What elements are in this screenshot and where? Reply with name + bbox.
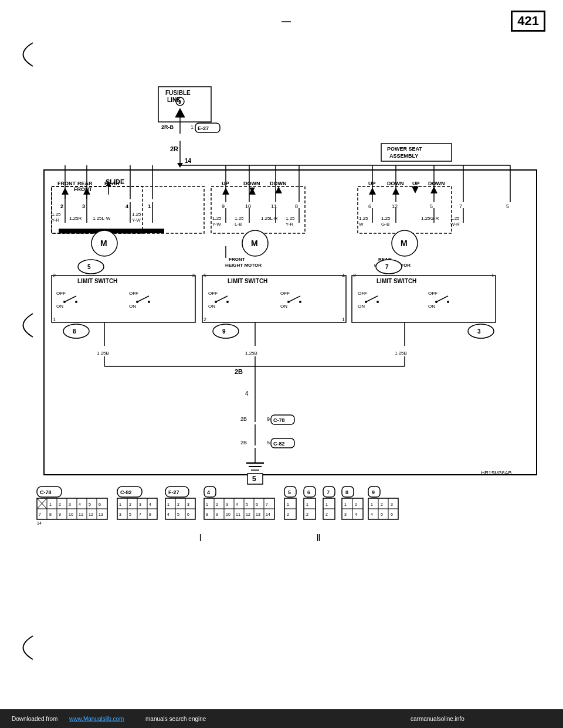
svg-text:5: 5 xyxy=(267,440,270,445)
svg-text:4: 4 xyxy=(355,512,357,516)
svg-text:ON: ON xyxy=(56,304,63,309)
svg-point-173 xyxy=(365,301,367,303)
svg-text:4: 4 xyxy=(149,502,151,506)
svg-text:1.25: 1.25 xyxy=(381,216,391,221)
svg-text:12: 12 xyxy=(246,512,250,516)
svg-point-181 xyxy=(468,324,494,338)
svg-text:DOWN: DOWN xyxy=(270,181,287,186)
svg-text:carmanualsoline.info: carmanualsoline.info xyxy=(411,716,464,722)
svg-text:4: 4 xyxy=(236,502,238,506)
svg-text:C-82: C-82 xyxy=(120,489,132,495)
svg-text:5: 5 xyxy=(204,273,206,278)
svg-text:2: 2 xyxy=(60,203,63,209)
svg-text:Y-W: Y-W xyxy=(212,222,221,227)
svg-text:C-78: C-78 xyxy=(40,489,52,495)
svg-text:9: 9 xyxy=(59,512,61,516)
svg-text:14: 14 xyxy=(37,521,42,525)
svg-text:ON: ON xyxy=(129,304,136,309)
svg-text:Y-R: Y-R xyxy=(52,217,59,223)
svg-text:1: 1 xyxy=(191,124,194,130)
svg-text:1: 1 xyxy=(344,502,347,506)
svg-text:3: 3 xyxy=(477,328,481,335)
svg-text:www.Manualslib.com: www.Manualslib.com xyxy=(69,716,124,722)
svg-text:OFF: OFF xyxy=(208,291,218,296)
svg-text:3: 3 xyxy=(139,502,141,506)
svg-text:DOWN: DOWN xyxy=(243,181,260,186)
svg-text:manuals search engine: manuals search engine xyxy=(145,716,206,722)
svg-text:4: 4 xyxy=(167,512,169,516)
svg-text:1: 1 xyxy=(148,203,151,209)
svg-text:4: 4 xyxy=(126,203,128,209)
svg-text:REAR: REAR xyxy=(104,181,120,186)
svg-text:LIMIT SWITCH: LIMIT SWITCH xyxy=(377,278,416,284)
svg-point-126 xyxy=(213,324,239,338)
svg-text:5: 5 xyxy=(430,203,433,209)
svg-text:12: 12 xyxy=(392,203,398,209)
svg-text:2B: 2B xyxy=(235,368,243,375)
svg-text:9: 9 xyxy=(372,489,375,495)
svg-text:10: 10 xyxy=(69,512,73,516)
svg-text:9: 9 xyxy=(222,203,225,209)
svg-text:FRONT: FRONT xyxy=(57,181,76,186)
svg-text:1.25L-R: 1.25L-R xyxy=(261,216,278,221)
svg-text:2R: 2R xyxy=(170,145,178,152)
svg-text:1.25: 1.25 xyxy=(450,216,460,221)
svg-text:W: W xyxy=(359,222,364,227)
svg-rect-57 xyxy=(52,275,195,322)
svg-text:OFF: OFF xyxy=(428,291,437,296)
svg-text:3: 3 xyxy=(119,512,121,516)
svg-text:5: 5 xyxy=(381,512,383,516)
svg-text:5: 5 xyxy=(288,489,291,495)
svg-text:2: 2 xyxy=(353,273,356,278)
svg-point-64 xyxy=(63,301,66,303)
svg-text:7: 7 xyxy=(459,203,462,209)
svg-text:2: 2 xyxy=(53,273,56,278)
svg-rect-167 xyxy=(352,275,496,322)
svg-point-124 xyxy=(299,301,301,303)
svg-text:1.25B: 1.25B xyxy=(245,351,257,356)
svg-text:8: 8 xyxy=(73,328,76,335)
svg-text:2: 2 xyxy=(355,502,357,506)
svg-text:1.25G-R: 1.25G-R xyxy=(421,216,439,221)
svg-text:M: M xyxy=(251,239,258,248)
svg-point-165 xyxy=(376,260,402,274)
page-container: 421 — FUSIBLE LINK 9 2R-B 1 E-27 xyxy=(0,0,563,728)
svg-text:1.25: 1.25 xyxy=(212,216,222,221)
svg-text:4: 4 xyxy=(371,512,373,516)
svg-text:2B: 2B xyxy=(240,440,247,445)
svg-text:HEIGHT MOTOR: HEIGHT MOTOR xyxy=(225,263,262,268)
svg-text:1.25: 1.25 xyxy=(359,216,368,221)
svg-text:4: 4 xyxy=(342,273,345,278)
svg-text:W-R: W-R xyxy=(450,222,460,227)
svg-text:11: 11 xyxy=(236,512,240,516)
svg-text:1: 1 xyxy=(371,502,373,506)
svg-text:1: 1 xyxy=(119,502,121,506)
svg-text:7: 7 xyxy=(139,512,141,516)
svg-point-65 xyxy=(75,301,77,303)
svg-text:5: 5 xyxy=(87,264,91,270)
svg-text:8: 8 xyxy=(345,489,348,495)
svg-text:3: 3 xyxy=(192,273,195,278)
svg-text:3: 3 xyxy=(344,512,347,516)
svg-text:LIMIT SWITCH: LIMIT SWITCH xyxy=(77,278,117,284)
svg-text:1: 1 xyxy=(53,317,56,322)
svg-text:2: 2 xyxy=(325,512,328,516)
svg-text:LIMIT SWITCH: LIMIT SWITCH xyxy=(228,278,267,284)
svg-point-118 xyxy=(215,301,217,303)
svg-point-72 xyxy=(63,324,89,338)
svg-text:1: 1 xyxy=(342,317,345,322)
schematic-svg: FUSIBLE LINK 9 2R-B 1 E-27 POWER SEAT AS… xyxy=(0,0,563,728)
svg-text:OFF: OFF xyxy=(129,291,138,296)
svg-text:4: 4 xyxy=(207,489,210,495)
svg-text:Y-W: Y-W xyxy=(132,217,141,223)
svg-text:3: 3 xyxy=(82,203,85,209)
svg-text:9: 9 xyxy=(267,416,270,422)
svg-text:3: 3 xyxy=(226,502,228,506)
svg-text:6: 6 xyxy=(307,489,310,495)
svg-text:1: 1 xyxy=(325,502,328,506)
svg-text:7: 7 xyxy=(39,512,41,516)
svg-text:L-B: L-B xyxy=(235,222,242,227)
svg-text:2: 2 xyxy=(287,512,289,516)
svg-text:1.25: 1.25 xyxy=(235,216,244,221)
svg-text:1.25B: 1.25B xyxy=(97,351,109,356)
